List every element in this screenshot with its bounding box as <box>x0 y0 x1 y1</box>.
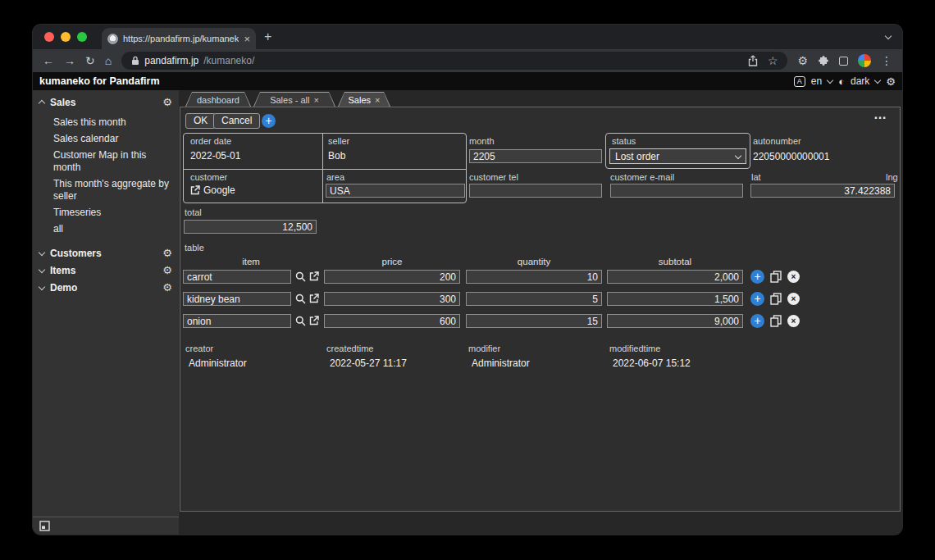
sidebar-item-timeseries[interactable]: Timeseries <box>53 207 176 219</box>
tab-dashboard[interactable]: dashboard <box>185 92 251 107</box>
url-domain: pandafirm.jp <box>144 55 198 66</box>
customer-name[interactable]: Google <box>203 184 235 196</box>
expand-chevron-icon[interactable] <box>39 266 45 272</box>
address-bar[interactable]: pandafirm.jp /kumaneko/ ☆ <box>121 52 787 70</box>
panel-toggle-icon[interactable] <box>39 521 50 531</box>
reload-icon[interactable]: ↻ <box>85 55 95 66</box>
status-value: Lost order <box>615 151 659 162</box>
sidebar-item-sales-this-month[interactable]: Sales this month <box>53 116 176 129</box>
price-input[interactable] <box>324 292 460 306</box>
document-tabs: dashboard Sales - all× Sales× <box>185 92 390 107</box>
ok-button[interactable]: OK <box>185 113 216 129</box>
back-icon[interactable]: ← <box>43 55 54 66</box>
close-window-button[interactable] <box>44 32 54 42</box>
cancel-button[interactable]: Cancel <box>213 113 260 129</box>
lock-icon <box>131 56 139 66</box>
expand-chevron-icon[interactable] <box>39 283 45 289</box>
forward-icon[interactable]: → <box>64 55 75 66</box>
item-input[interactable] <box>183 270 291 284</box>
expand-chevron-icon[interactable] <box>39 248 45 255</box>
add-record-button[interactable]: + <box>262 114 276 128</box>
month-input[interactable] <box>469 149 602 163</box>
profile-avatar[interactable] <box>858 54 871 67</box>
customer-tel-input[interactable] <box>469 184 602 198</box>
table-row: + × <box>180 292 900 308</box>
tab-close-icon[interactable]: × <box>375 95 380 105</box>
language-chevron-icon[interactable] <box>827 77 833 84</box>
settings-gear-icon[interactable]: ⚙ <box>886 76 896 87</box>
delete-row-button[interactable]: × <box>787 293 800 305</box>
home-icon[interactable]: ⌂ <box>105 55 112 66</box>
autonumber-label: autonumber <box>753 136 801 146</box>
area-input[interactable] <box>326 184 465 198</box>
add-row-button[interactable]: + <box>750 292 764 306</box>
new-tab-button[interactable]: + <box>264 30 271 44</box>
open-record-icon[interactable] <box>190 185 200 195</box>
total-input[interactable] <box>184 220 317 234</box>
tab-sales-all[interactable]: Sales - all× <box>253 92 335 107</box>
search-icon[interactable] <box>295 316 306 326</box>
subtotal-input[interactable] <box>607 314 743 328</box>
quantity-input[interactable] <box>466 270 602 284</box>
more-options-button[interactable]: … <box>873 107 888 122</box>
subtotal-input[interactable] <box>607 292 743 306</box>
section-gear-icon[interactable]: ⚙ <box>162 247 172 259</box>
add-row-button[interactable]: + <box>750 314 764 328</box>
language-select[interactable]: en <box>811 75 822 87</box>
copy-row-icon[interactable] <box>770 271 782 283</box>
sidebar-item-sales-calendar[interactable]: Sales calendar <box>53 133 176 145</box>
extension-gear-icon[interactable]: ⚙ <box>797 55 808 66</box>
item-input[interactable] <box>183 292 291 306</box>
url-path: /kumaneko/ <box>203 55 254 66</box>
status-select[interactable]: Lost order <box>609 148 746 164</box>
tab-close-icon[interactable]: × <box>244 33 250 45</box>
table-row: + × <box>180 270 900 286</box>
open-record-icon[interactable] <box>309 271 319 281</box>
lat-input[interactable] <box>750 184 895 198</box>
add-row-button[interactable]: + <box>750 270 764 284</box>
extensions-puzzle-icon[interactable] <box>818 55 829 66</box>
collapse-chevron-icon[interactable] <box>39 100 45 107</box>
order-date-label: order date <box>190 136 231 146</box>
quantity-input[interactable] <box>466 314 602 328</box>
browser-tab[interactable]: https://pandafirm.jp/kumaneko × <box>102 28 256 49</box>
section-gear-icon[interactable]: ⚙ <box>162 264 172 276</box>
copy-row-icon[interactable] <box>770 293 782 305</box>
sidebar-section-customers[interactable]: Customers ⚙ <box>33 244 179 262</box>
zoom-window-button[interactable] <box>77 32 87 42</box>
price-input[interactable] <box>324 314 460 328</box>
copy-row-icon[interactable] <box>770 315 782 327</box>
item-input[interactable] <box>183 314 291 328</box>
tab-sales[interactable]: Sales× <box>338 92 390 107</box>
theme-chevron-icon[interactable] <box>874 77 881 84</box>
delete-row-button[interactable]: × <box>787 315 800 327</box>
open-record-icon[interactable] <box>309 316 319 326</box>
tab-close-icon[interactable]: × <box>313 95 318 105</box>
subtotal-input[interactable] <box>607 270 743 284</box>
theme-select[interactable]: dark <box>851 75 869 87</box>
customer-email-input[interactable] <box>610 184 743 198</box>
minimize-window-button[interactable] <box>61 32 71 42</box>
status-label: status <box>612 136 636 146</box>
sidebar-item-aggregate-by-seller[interactable]: This month's aggregate by seller <box>53 178 176 203</box>
quantity-input[interactable] <box>466 292 602 306</box>
search-icon[interactable] <box>295 294 306 304</box>
main-area: dashboard Sales - all× Sales× OK Cancel … <box>179 90 902 535</box>
search-icon[interactable] <box>295 271 306 282</box>
price-input[interactable] <box>324 270 460 284</box>
tab-search-chevron-icon[interactable] <box>885 33 892 39</box>
sidebar-section-sales[interactable]: Sales ⚙ <box>33 93 179 111</box>
square-extension-icon[interactable] <box>839 57 848 66</box>
share-icon[interactable] <box>748 55 758 66</box>
section-gear-icon[interactable]: ⚙ <box>162 96 172 108</box>
delete-row-button[interactable]: × <box>787 271 800 283</box>
open-record-icon[interactable] <box>309 294 319 303</box>
bookmark-star-icon[interactable]: ☆ <box>768 55 778 66</box>
browser-menu-icon[interactable]: ⋮ <box>881 55 892 66</box>
tab-label: Sales - all <box>270 95 309 105</box>
sidebar-section-items[interactable]: Items ⚙ <box>33 262 179 279</box>
section-gear-icon[interactable]: ⚙ <box>162 281 172 294</box>
sidebar-item-all[interactable]: all <box>53 223 176 235</box>
sidebar-item-customer-map[interactable]: Customer Map in this month <box>53 149 176 174</box>
sidebar-section-demo[interactable]: Demo ⚙ <box>33 279 179 296</box>
